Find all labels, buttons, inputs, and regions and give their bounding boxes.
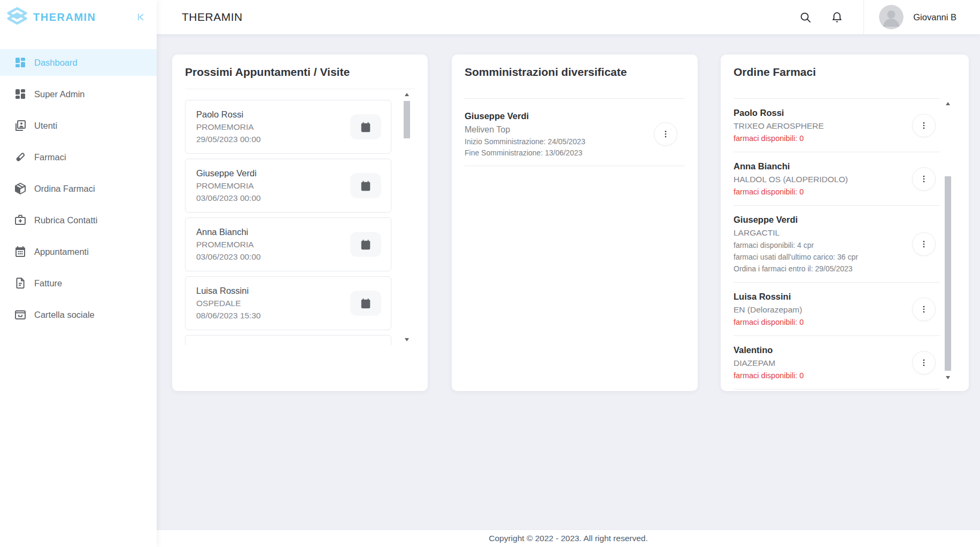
sidebar-item-super-admin[interactable]: Super Admin xyxy=(0,81,157,107)
order-item[interactable]: Anna Bianchi HALDOL OS (ALOPERIDOLO) far… xyxy=(734,152,940,206)
item-menu-button[interactable] xyxy=(654,122,677,146)
order-item[interactable]: Giuseppe Verdi LARGACTIL farmaci disponi… xyxy=(734,206,940,283)
order-patient-name: Valentino xyxy=(734,345,912,356)
order-patient-name: Anna Bianchi xyxy=(734,161,912,172)
sidebar-item-cartella-sociale[interactable]: Cartella sociale xyxy=(0,301,157,328)
sidebar-item-ordina-farmaci[interactable]: Ordina Farmaci xyxy=(0,175,157,202)
administration-start: Inizio Somministrazione: 24/05/2023 xyxy=(465,137,654,146)
sidebar-item-label: Utenti xyxy=(34,121,57,131)
invoice-icon xyxy=(14,277,27,290)
sidebar-item-dashboard[interactable]: Dashboard xyxy=(0,49,157,76)
header-divider xyxy=(863,0,864,34)
kebab-icon xyxy=(661,129,670,139)
sidebar-item-fatture[interactable]: Fatture xyxy=(0,270,157,296)
scrollbar-thumb[interactable] xyxy=(404,101,410,138)
item-menu-button[interactable] xyxy=(912,232,936,256)
copyright-text: Copyright © 2022 - 2023. All right reser… xyxy=(489,534,647,543)
order-stock-alert: farmaci disponibili: 0 xyxy=(734,187,912,197)
orders-scrollbar[interactable] xyxy=(944,98,952,383)
order-stock-alert: farmaci disponibili: 0 xyxy=(734,371,912,380)
administrations-list: Giuseppe Verdi Meliven Top Inizio Sommin… xyxy=(465,98,685,166)
appointment-item[interactable]: Anna Bianchi PROMEMORIA 03/06/2023 00:00 xyxy=(185,217,391,271)
administration-end: Fine Somministrazione: 13/06/2023 xyxy=(465,149,654,158)
appointment-item[interactable]: Luisa Rossini OSPEDALE 08/06/2023 15:30 xyxy=(185,276,391,330)
appointment-item[interactable]: Giuseppe Verdi PROMEMORIA 03/06/2023 00:… xyxy=(185,159,391,213)
appointments-card: Prossimi Appuntamenti / Visite Paolo Ros… xyxy=(172,54,428,391)
dashboard-icon xyxy=(14,56,27,69)
appointments-card-title: Prossimi Appuntamenti / Visite xyxy=(185,64,415,80)
orders-card: Ordine Farmaci Paolo Rossi TRIXEO AEROSP… xyxy=(721,54,969,391)
kebab-icon xyxy=(919,121,929,130)
item-menu-button[interactable] xyxy=(912,114,936,137)
orders-list: Paolo Rossi TRIXEO AEROSPHERE farmaci di… xyxy=(734,98,940,389)
administration-item[interactable]: Giuseppe Verdi Meliven Top Inizio Sommin… xyxy=(465,99,685,166)
order-patient-name: Luisa Rossini xyxy=(734,291,912,302)
notifications-button[interactable] xyxy=(828,8,846,27)
page-title: THERAMIN xyxy=(182,11,796,24)
open-calendar-button[interactable] xyxy=(350,173,381,198)
sidebar-item-label: Fatture xyxy=(34,278,62,288)
sidebar-item-label: Rubrica Contatti xyxy=(34,215,97,225)
appointment-type: PROMEMORIA xyxy=(196,122,350,132)
sidebar-item-utenti[interactable]: Utenti xyxy=(0,112,157,139)
sidebar-item-label: Cartella sociale xyxy=(34,310,95,320)
appointment-datetime: 03/06/2023 00:00 xyxy=(196,193,350,204)
kebab-icon xyxy=(919,239,929,249)
scroll-up-icon[interactable] xyxy=(944,99,952,108)
item-menu-button[interactable] xyxy=(912,167,936,191)
scroll-down-icon[interactable] xyxy=(403,335,411,344)
appointments-scroll-region: Paolo Rossi PROMEMORIA 29/05/2023 00:00 xyxy=(185,89,415,345)
kebab-icon xyxy=(919,358,929,368)
order-available-info: farmaci disponibili: 4 cpr xyxy=(734,240,912,250)
open-calendar-button[interactable] xyxy=(350,291,381,316)
brand-name: THERAMIN xyxy=(33,11,134,24)
scroll-up-icon[interactable] xyxy=(403,90,411,99)
open-calendar-button[interactable] xyxy=(350,232,381,257)
appointment-name: Luisa Rossini xyxy=(196,285,350,296)
calendar-icon xyxy=(360,298,372,309)
order-drug: EN (Delorazepam) xyxy=(734,304,912,315)
scroll-down-icon[interactable] xyxy=(944,373,952,382)
appointments-list: Paolo Rossi PROMEMORIA 29/05/2023 00:00 xyxy=(185,89,415,345)
orders-card-title: Ordine Farmaci xyxy=(734,64,956,80)
collapse-sidebar-button[interactable] xyxy=(134,11,147,24)
administrations-card-title: Somministrazioni diversificate xyxy=(465,64,685,80)
item-menu-button[interactable] xyxy=(912,298,936,321)
sidebar-item-farmaci[interactable]: Farmaci xyxy=(0,144,157,170)
order-stock-alert: farmaci disponibili: 0 xyxy=(734,317,912,327)
top-header: THERAMIN xyxy=(157,0,980,34)
appointment-name: Giuseppe Verdi xyxy=(196,168,350,179)
sidebar: THERAMIN Dashboard xyxy=(0,0,157,547)
calendar-icon xyxy=(14,245,27,258)
sidebar-logo-row: THERAMIN xyxy=(0,0,157,34)
order-item[interactable]: Paolo Rossi TRIXEO AEROSPHERE farmaci di… xyxy=(734,99,940,152)
order-deadline-info: Ordina i farmaci entro il: 29/05/2023 xyxy=(734,264,912,274)
search-icon xyxy=(799,11,812,24)
sidebar-item-label: Dashboard xyxy=(34,58,78,68)
appointment-type: PROMEMORIA xyxy=(196,239,350,250)
order-patient-name: Paolo Rossi xyxy=(734,107,912,119)
order-item[interactable]: Valentino DIAZEPAM farmaci disponibili: … xyxy=(734,336,940,389)
appointments-scrollbar[interactable] xyxy=(403,89,411,345)
item-menu-button[interactable] xyxy=(912,351,936,374)
scrollbar-thumb[interactable] xyxy=(945,176,951,371)
calendar-icon xyxy=(360,239,372,251)
user-menu[interactable]: Giovanni B xyxy=(879,5,956,29)
collapse-left-icon xyxy=(135,12,146,22)
open-calendar-button[interactable] xyxy=(350,114,381,139)
user-name: Giovanni B xyxy=(913,12,956,22)
appointment-item[interactable]: Paolo Rossi PROMEMORIA 29/05/2023 00:00 xyxy=(185,100,391,154)
sidebar-menu: Dashboard Super Admin Utenti xyxy=(0,34,157,328)
sidebar-item-label: Ordina Farmaci xyxy=(34,184,95,194)
sidebar-item-rubrica-contatti[interactable]: Rubrica Contatti xyxy=(0,207,157,233)
order-item[interactable]: Luisa Rossini EN (Delorazepam) farmaci d… xyxy=(734,283,940,336)
kebab-icon xyxy=(919,174,929,184)
order-drug: DIAZEPAM xyxy=(734,358,912,369)
sidebar-item-appuntamenti[interactable]: Appuntamenti xyxy=(0,238,157,265)
appointment-name: Anna Bianchi xyxy=(196,226,350,238)
vial-icon xyxy=(14,151,27,163)
appointment-item[interactable]: Valentino xyxy=(185,335,391,345)
search-button[interactable] xyxy=(796,8,815,27)
order-patient-name: Giuseppe Verdi xyxy=(734,214,912,225)
avatar xyxy=(879,5,904,29)
